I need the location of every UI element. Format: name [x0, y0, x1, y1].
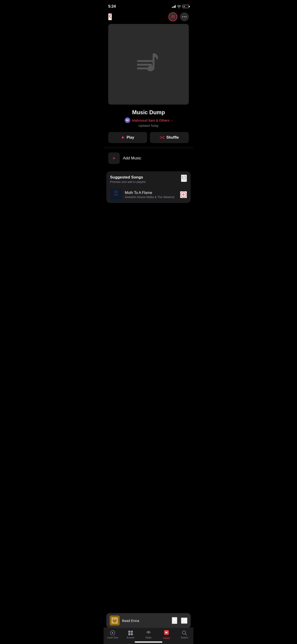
- group-share-button[interactable]: [168, 12, 177, 21]
- song-row: Moth To A Flame Swedish House Mafia & Th…: [106, 186, 191, 203]
- svg-rect-8: [153, 53, 154, 67]
- shuffle-icon: [160, 136, 164, 139]
- shuffle-label: Shuffle: [166, 136, 179, 140]
- suggested-subtitle: Preview and add to playlist: [110, 180, 146, 184]
- suggested-songs-section: Suggested Songs Preview and add to playl…: [106, 171, 191, 203]
- svg-point-1: [173, 16, 174, 16]
- add-music-row[interactable]: + Add Music: [104, 150, 194, 167]
- suggested-title: Suggested Songs: [110, 175, 146, 180]
- add-song-button[interactable]: [180, 191, 187, 198]
- battery-level: 45: [183, 6, 185, 7]
- nav-actions: [168, 12, 189, 21]
- playlist-updated: Updated Today: [108, 124, 189, 127]
- svg-point-3: [184, 16, 185, 17]
- svg-rect-6: [137, 64, 152, 66]
- svg-point-0: [172, 15, 173, 16]
- action-buttons: Play Shuffle: [104, 132, 194, 148]
- shuffle-button[interactable]: Shuffle: [150, 132, 189, 143]
- wifi-icon: [177, 5, 181, 8]
- song-info: Moth To A Flame Swedish House Mafia & Th…: [125, 191, 177, 199]
- playlist-art: [108, 24, 189, 104]
- status-time: 5:24: [108, 4, 116, 9]
- artist-name: Mahmoud Itani & Others: [132, 118, 170, 122]
- song-artist: Swedish House Mafia & The Weeknd: [125, 195, 177, 199]
- add-music-label: Add Music: [123, 156, 141, 160]
- battery-icon: 45: [182, 5, 189, 8]
- playlist-info: Music Dump MI Mahmoud Itani & Others › U…: [104, 109, 194, 132]
- playlist-title: Music Dump: [108, 109, 189, 116]
- refresh-icon: [182, 175, 186, 180]
- status-icons: 45: [172, 5, 189, 8]
- back-button[interactable]: [108, 13, 112, 20]
- svg-point-4: [186, 16, 186, 17]
- playlist-artist-row[interactable]: MI Mahmoud Itani & Others ›: [108, 118, 189, 123]
- refresh-button[interactable]: [181, 174, 187, 182]
- svg-point-2: [182, 16, 183, 17]
- svg-rect-5: [137, 60, 153, 62]
- artist-chevron-icon: ›: [171, 118, 172, 122]
- people-icon: [170, 14, 175, 19]
- nav-header: [104, 12, 194, 24]
- svg-rect-14: [116, 193, 118, 194]
- music-note-icon: [132, 48, 164, 80]
- status-bar: 5:24 45: [104, 0, 194, 12]
- suggested-header: Suggested Songs Preview and add to playl…: [106, 175, 191, 186]
- signal-bars-icon: [172, 5, 176, 8]
- play-icon: [121, 136, 125, 139]
- play-button[interactable]: Play: [108, 132, 147, 143]
- plus-icon: +: [112, 155, 116, 162]
- svg-rect-13: [114, 193, 116, 194]
- more-options-button[interactable]: [180, 12, 189, 21]
- add-icon-box: +: [108, 152, 120, 164]
- song-title: Moth To A Flame: [125, 191, 177, 195]
- add-circle-icon: [180, 192, 186, 198]
- song-thumbnail: [110, 189, 122, 200]
- play-label: Play: [127, 136, 134, 140]
- ellipsis-icon: [182, 14, 187, 19]
- artist-avatar: MI: [125, 118, 130, 123]
